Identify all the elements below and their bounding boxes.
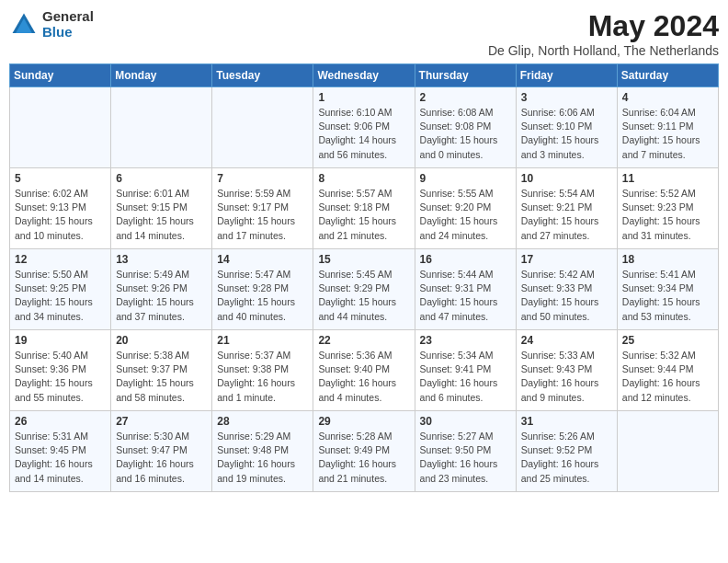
day-number: 24 (521, 334, 612, 347)
calendar-cell: 31Sunrise: 5:26 AM Sunset: 9:52 PM Dayli… (516, 411, 617, 492)
day-info: Sunrise: 5:29 AM Sunset: 9:48 PM Dayligh… (217, 430, 308, 486)
day-number: 7 (217, 172, 308, 185)
day-of-week-header: Monday (111, 64, 212, 87)
day-info: Sunrise: 5:55 AM Sunset: 9:20 PM Dayligh… (420, 187, 511, 243)
day-number: 1 (318, 91, 409, 104)
day-of-week-header: Saturday (617, 64, 718, 87)
calendar-cell: 16Sunrise: 5:44 AM Sunset: 9:31 PM Dayli… (415, 249, 516, 330)
month-year-title: May 2024 (488, 9, 719, 43)
day-number: 31 (521, 415, 612, 428)
calendar-cell: 21Sunrise: 5:37 AM Sunset: 9:38 PM Dayli… (212, 330, 313, 411)
day-number: 27 (116, 415, 207, 428)
logo-icon (9, 10, 39, 40)
title-area: May 2024 De Glip, North Holland, The Net… (488, 9, 719, 58)
calendar-week-row: 1Sunrise: 6:10 AM Sunset: 9:06 PM Daylig… (10, 87, 719, 168)
day-number: 2 (420, 91, 511, 104)
calendar-cell: 15Sunrise: 5:45 AM Sunset: 9:29 PM Dayli… (313, 249, 415, 330)
day-info: Sunrise: 5:32 AM Sunset: 9:44 PM Dayligh… (622, 349, 713, 405)
day-number: 28 (217, 415, 308, 428)
location-subtitle: De Glip, North Holland, The Netherlands (488, 43, 719, 58)
calendar-cell: 12Sunrise: 5:50 AM Sunset: 9:25 PM Dayli… (10, 249, 111, 330)
header-row: SundayMondayTuesdayWednesdayThursdayFrid… (10, 64, 719, 87)
calendar-cell: 6Sunrise: 6:01 AM Sunset: 9:15 PM Daylig… (111, 168, 212, 249)
day-info: Sunrise: 5:36 AM Sunset: 9:40 PM Dayligh… (318, 349, 409, 405)
day-number: 3 (521, 91, 612, 104)
day-of-week-header: Thursday (415, 64, 516, 87)
day-info: Sunrise: 5:31 AM Sunset: 9:45 PM Dayligh… (15, 430, 106, 486)
day-number: 19 (15, 334, 106, 347)
day-info: Sunrise: 6:08 AM Sunset: 9:08 PM Dayligh… (420, 106, 511, 162)
day-number: 16 (420, 253, 511, 266)
day-number: 15 (318, 253, 409, 266)
day-number: 21 (217, 334, 308, 347)
day-info: Sunrise: 5:44 AM Sunset: 9:31 PM Dayligh… (420, 268, 511, 324)
calendar-cell: 28Sunrise: 5:29 AM Sunset: 9:48 PM Dayli… (212, 411, 313, 492)
calendar-cell: 10Sunrise: 5:54 AM Sunset: 9:21 PM Dayli… (516, 168, 617, 249)
day-number: 10 (521, 172, 612, 185)
day-number: 5 (15, 172, 106, 185)
day-info: Sunrise: 5:45 AM Sunset: 9:29 PM Dayligh… (318, 268, 409, 324)
calendar-cell: 8Sunrise: 5:57 AM Sunset: 9:18 PM Daylig… (313, 168, 415, 249)
day-info: Sunrise: 5:57 AM Sunset: 9:18 PM Dayligh… (318, 187, 409, 243)
calendar-cell (617, 411, 718, 492)
day-info: Sunrise: 5:34 AM Sunset: 9:41 PM Dayligh… (420, 349, 511, 405)
day-number: 29 (318, 415, 409, 428)
day-number: 17 (521, 253, 612, 266)
day-info: Sunrise: 5:52 AM Sunset: 9:23 PM Dayligh… (622, 187, 713, 243)
calendar-cell (10, 87, 111, 168)
logo-general-text: General (42, 9, 94, 25)
day-number: 4 (622, 91, 713, 104)
logo-blue-text: Blue (42, 25, 94, 40)
day-of-week-header: Tuesday (212, 64, 313, 87)
day-info: Sunrise: 5:41 AM Sunset: 9:34 PM Dayligh… (622, 268, 713, 324)
day-number: 11 (622, 172, 713, 185)
calendar-body: 1Sunrise: 6:10 AM Sunset: 9:06 PM Daylig… (10, 87, 719, 492)
calendar-cell: 29Sunrise: 5:28 AM Sunset: 9:49 PM Dayli… (313, 411, 415, 492)
day-number: 13 (116, 253, 207, 266)
day-number: 12 (15, 253, 106, 266)
day-number: 30 (420, 415, 511, 428)
day-info: Sunrise: 6:06 AM Sunset: 9:10 PM Dayligh… (521, 106, 612, 162)
day-info: Sunrise: 5:59 AM Sunset: 9:17 PM Dayligh… (217, 187, 308, 243)
day-info: Sunrise: 5:33 AM Sunset: 9:43 PM Dayligh… (521, 349, 612, 405)
day-info: Sunrise: 5:26 AM Sunset: 9:52 PM Dayligh… (521, 430, 612, 486)
calendar-cell: 17Sunrise: 5:42 AM Sunset: 9:33 PM Dayli… (516, 249, 617, 330)
calendar-cell: 30Sunrise: 5:27 AM Sunset: 9:50 PM Dayli… (415, 411, 516, 492)
calendar-cell: 23Sunrise: 5:34 AM Sunset: 9:41 PM Dayli… (415, 330, 516, 411)
calendar-week-row: 5Sunrise: 6:02 AM Sunset: 9:13 PM Daylig… (10, 168, 719, 249)
calendar-cell: 26Sunrise: 5:31 AM Sunset: 9:45 PM Dayli… (10, 411, 111, 492)
calendar-cell: 19Sunrise: 5:40 AM Sunset: 9:36 PM Dayli… (10, 330, 111, 411)
day-number: 9 (420, 172, 511, 185)
day-number: 20 (116, 334, 207, 347)
day-info: Sunrise: 5:54 AM Sunset: 9:21 PM Dayligh… (521, 187, 612, 243)
calendar-cell: 14Sunrise: 5:47 AM Sunset: 9:28 PM Dayli… (212, 249, 313, 330)
day-info: Sunrise: 5:42 AM Sunset: 9:33 PM Dayligh… (521, 268, 612, 324)
calendar-cell: 2Sunrise: 6:08 AM Sunset: 9:08 PM Daylig… (415, 87, 516, 168)
calendar-cell: 22Sunrise: 5:36 AM Sunset: 9:40 PM Dayli… (313, 330, 415, 411)
day-of-week-header: Sunday (10, 64, 111, 87)
day-number: 22 (318, 334, 409, 347)
calendar-cell: 4Sunrise: 6:04 AM Sunset: 9:11 PM Daylig… (617, 87, 718, 168)
day-number: 18 (622, 253, 713, 266)
day-info: Sunrise: 6:01 AM Sunset: 9:15 PM Dayligh… (116, 187, 207, 243)
calendar-cell: 7Sunrise: 5:59 AM Sunset: 9:17 PM Daylig… (212, 168, 313, 249)
day-of-week-header: Wednesday (313, 64, 415, 87)
calendar-cell: 27Sunrise: 5:30 AM Sunset: 9:47 PM Dayli… (111, 411, 212, 492)
calendar-cell: 5Sunrise: 6:02 AM Sunset: 9:13 PM Daylig… (10, 168, 111, 249)
day-number: 8 (318, 172, 409, 185)
calendar-cell (111, 87, 212, 168)
calendar-cell (212, 87, 313, 168)
day-info: Sunrise: 5:38 AM Sunset: 9:37 PM Dayligh… (116, 349, 207, 405)
logo: General Blue (9, 9, 94, 40)
day-info: Sunrise: 6:04 AM Sunset: 9:11 PM Dayligh… (622, 106, 713, 162)
calendar-cell: 9Sunrise: 5:55 AM Sunset: 9:20 PM Daylig… (415, 168, 516, 249)
calendar-cell: 18Sunrise: 5:41 AM Sunset: 9:34 PM Dayli… (617, 249, 718, 330)
day-number: 25 (622, 334, 713, 347)
day-number: 14 (217, 253, 308, 266)
logo-text: General Blue (42, 9, 94, 40)
day-info: Sunrise: 6:02 AM Sunset: 9:13 PM Dayligh… (15, 187, 106, 243)
day-info: Sunrise: 5:47 AM Sunset: 9:28 PM Dayligh… (217, 268, 308, 324)
day-number: 26 (15, 415, 106, 428)
calendar-cell: 11Sunrise: 5:52 AM Sunset: 9:23 PM Dayli… (617, 168, 718, 249)
calendar-cell: 20Sunrise: 5:38 AM Sunset: 9:37 PM Dayli… (111, 330, 212, 411)
